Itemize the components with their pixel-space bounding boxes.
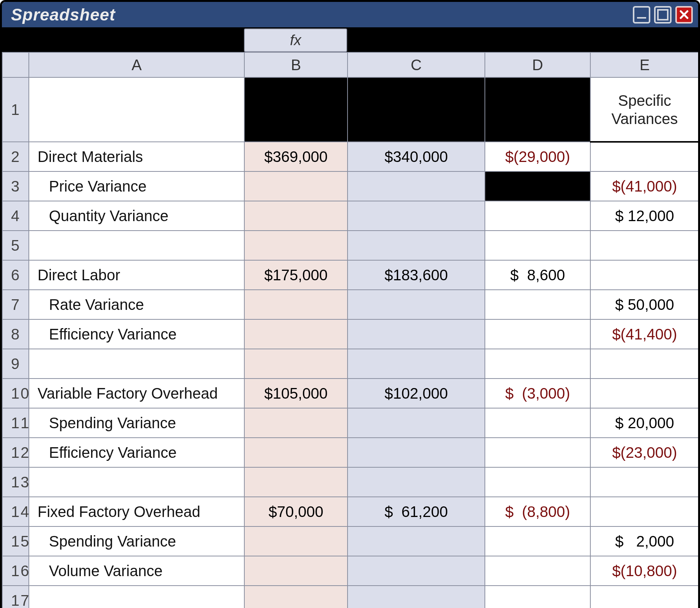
cell-C3[interactable] [348, 171, 485, 201]
row-header[interactable]: 4 [2, 201, 29, 231]
cell-D11[interactable] [485, 408, 590, 438]
row-header[interactable]: 8 [2, 319, 29, 349]
cell-E16[interactable]: $(10,800) [590, 556, 699, 586]
row-header[interactable]: 12 [2, 438, 29, 467]
cell-C17[interactable] [348, 586, 485, 608]
row-header[interactable]: 14 [2, 497, 29, 526]
cell-B14[interactable]: $70,000 [244, 497, 348, 526]
row-header[interactable]: 11 [2, 408, 29, 438]
col-header-D[interactable]: D [485, 52, 590, 77]
cell-D1[interactable]: Overall Variances [485, 77, 590, 142]
cell-E3[interactable]: $(41,000) [590, 171, 699, 201]
cell-D10[interactable]: $ (3,000) [485, 379, 590, 408]
formula-input[interactable] [347, 28, 698, 52]
close-icon[interactable] [675, 6, 693, 24]
cell-A13[interactable] [29, 467, 244, 497]
cell-B3[interactable] [244, 171, 348, 201]
row-header[interactable]: 15 [2, 526, 29, 556]
cell-D14[interactable]: $ (8,800) [485, 497, 590, 526]
cell-A4[interactable]: Quantity Variance [29, 201, 244, 231]
cell-E17[interactable] [590, 586, 699, 608]
cell-C10[interactable]: $102,000 [348, 379, 485, 408]
cell-C9[interactable] [348, 349, 485, 379]
maximize-icon[interactable] [654, 6, 672, 24]
cell-B15[interactable] [244, 526, 348, 556]
cell-B2[interactable]: $369,000 [244, 142, 348, 171]
cell-B5[interactable] [244, 231, 348, 260]
row-header[interactable]: 17 [2, 586, 29, 608]
cell-A1[interactable] [29, 77, 244, 142]
col-header-C[interactable]: C [348, 52, 485, 77]
row-header[interactable]: 2 [2, 142, 29, 171]
cell-D15[interactable] [485, 526, 590, 556]
cell-A5[interactable] [29, 231, 244, 260]
cell-D5[interactable] [485, 231, 590, 260]
cell-A9[interactable] [29, 349, 244, 379]
cell-D7[interactable] [485, 290, 590, 319]
cell-D12[interactable] [485, 438, 590, 467]
row-header[interactable]: 5 [2, 231, 29, 260]
name-box[interactable] [2, 28, 244, 52]
cell-C8[interactable] [348, 319, 485, 349]
cell-C5[interactable] [348, 231, 485, 260]
col-header-A[interactable]: A [29, 52, 244, 77]
cell-A11[interactable]: Spending Variance [29, 408, 244, 438]
cell-A14[interactable]: Fixed Factory Overhead [29, 497, 244, 526]
fx-label[interactable]: fx [244, 28, 347, 52]
cell-C1[interactable]: Standard Cost Assigned to Work in Proces… [348, 77, 485, 142]
cell-B8[interactable] [244, 319, 348, 349]
cell-B10[interactable]: $105,000 [244, 379, 348, 408]
cell-E4[interactable]: $ 12,000 [590, 201, 699, 231]
cell-E14[interactable] [590, 497, 699, 526]
row-header[interactable]: 3 [2, 171, 29, 201]
cell-D13[interactable] [485, 467, 590, 497]
cell-D6[interactable]: $ 8,600 [485, 260, 590, 290]
cell-B4[interactable] [244, 201, 348, 231]
cell-D2[interactable]: $(29,000) [485, 142, 590, 171]
cell-A15[interactable]: Spending Variance [29, 526, 244, 556]
cell-C11[interactable] [348, 408, 485, 438]
cell-D9[interactable] [485, 349, 590, 379]
cell-E10[interactable] [590, 379, 699, 408]
cell-A10[interactable]: Variable Factory Overhead [29, 379, 244, 408]
cell-E6[interactable] [590, 260, 699, 290]
cell-E15[interactable]: $ 2,000 [590, 526, 699, 556]
cell-A6[interactable]: Direct Labor [29, 260, 244, 290]
cell-E8[interactable]: $(41,400) [590, 319, 699, 349]
titlebar[interactable]: Spreadsheet [2, 2, 698, 28]
cell-E5[interactable] [590, 231, 699, 260]
select-all-cell[interactable] [2, 52, 29, 77]
cell-C14[interactable]: $ 61,200 [348, 497, 485, 526]
cell-B12[interactable] [244, 438, 348, 467]
cell-E12[interactable]: $(23,000) [590, 438, 699, 467]
row-header[interactable]: 10 [2, 379, 29, 408]
cell-A2[interactable]: Direct Materials [29, 142, 244, 171]
cell-B6[interactable]: $175,000 [244, 260, 348, 290]
cell-D4[interactable] [485, 201, 590, 231]
cell-B16[interactable] [244, 556, 348, 586]
cell-A3[interactable]: Price Variance [29, 171, 244, 201]
cell-E7[interactable]: $ 50,000 [590, 290, 699, 319]
row-header[interactable]: 1 [2, 77, 29, 142]
cell-E9[interactable] [590, 349, 699, 379]
cell-D8[interactable] [485, 319, 590, 349]
cell-B9[interactable] [244, 349, 348, 379]
cell-C13[interactable] [348, 467, 485, 497]
row-header[interactable]: 9 [2, 349, 29, 379]
cell-B13[interactable] [244, 467, 348, 497]
cell-D3[interactable] [485, 171, 590, 201]
cell-B17[interactable] [244, 586, 348, 608]
col-header-B[interactable]: B [244, 52, 348, 77]
cell-E2[interactable] [590, 142, 699, 171]
cell-E11[interactable]: $ 20,000 [590, 408, 699, 438]
cell-A7[interactable]: Rate Variance [29, 290, 244, 319]
cell-A8[interactable]: Efficiency Variance [29, 319, 244, 349]
cell-A16[interactable]: Volume Variance [29, 556, 244, 586]
cell-C4[interactable] [348, 201, 485, 231]
row-header[interactable]: 7 [2, 290, 29, 319]
cell-B11[interactable] [244, 408, 348, 438]
minimize-icon[interactable] [633, 6, 650, 24]
cell-C2[interactable]: $340,000 [348, 142, 485, 171]
cell-C15[interactable] [348, 526, 485, 556]
row-header[interactable]: 13 [2, 467, 29, 497]
